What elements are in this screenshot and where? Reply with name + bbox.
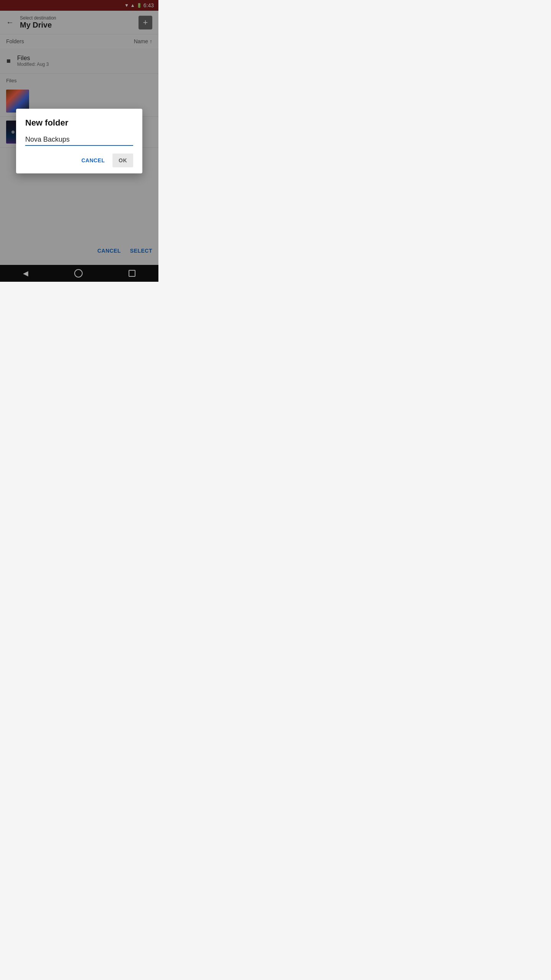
dialog: New folder CANCEL OK — [16, 109, 142, 173]
dialog-title: New folder — [25, 118, 133, 128]
folder-name-input[interactable] — [25, 136, 133, 146]
dialog-cancel-button[interactable]: CANCEL — [77, 154, 109, 167]
dialog-ok-button[interactable]: OK — [112, 154, 133, 167]
dialog-overlay: New folder CANCEL OK — [0, 0, 158, 282]
dialog-buttons: CANCEL OK — [25, 154, 133, 167]
